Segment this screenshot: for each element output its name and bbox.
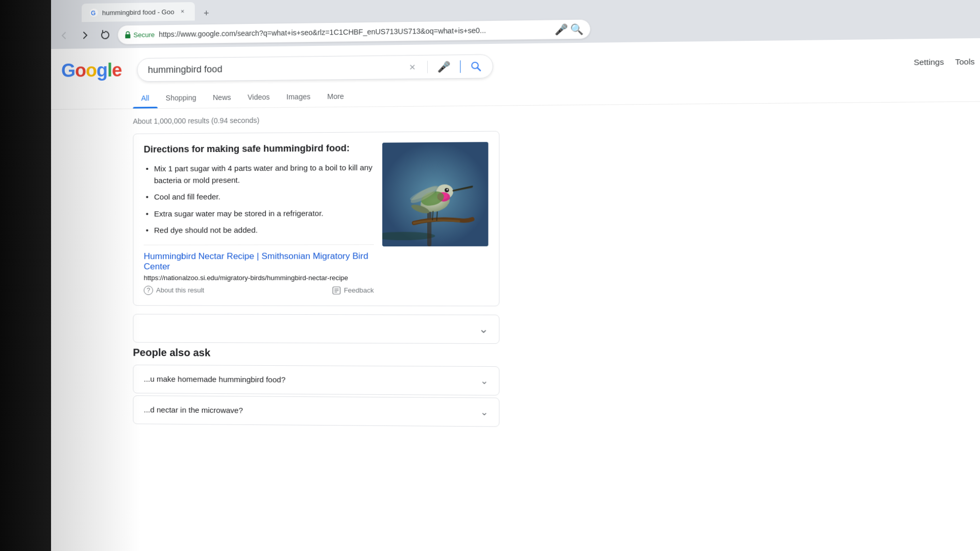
logo-letter-o2: o: [86, 60, 96, 81]
logo-letter-o1: o: [75, 60, 86, 81]
url-text: https://www.google.com/search?q=what+is+…: [159, 26, 554, 39]
paa-question-2: ...d nectar in the microwave?: [144, 405, 243, 414]
snippet-source-link[interactable]: Hummingbird Nectar Recipe | Smithsonian …: [144, 251, 369, 271]
featured-snippet: Directions for making safe hummingbird f…: [133, 131, 499, 306]
tools-link[interactable]: Tools: [955, 57, 974, 66]
snippet-expand-row[interactable]: ⌄: [133, 314, 499, 344]
search-box[interactable]: hummingbird food 🎤: [137, 54, 494, 82]
google-page: Google hummingbird food 🎤: [51, 38, 980, 551]
active-tab[interactable]: G hummingbird food - Goo ×: [82, 2, 195, 22]
forward-button[interactable]: [77, 27, 93, 43]
clear-icon[interactable]: [407, 62, 418, 72]
header-links: Settings Tools: [914, 57, 974, 66]
hummingbird-photo: [382, 142, 488, 246]
snippet-bullet-3: Extra sugar water may be stored in a ref…: [144, 207, 374, 219]
lock-icon: [124, 31, 131, 39]
secure-label: Secure: [133, 31, 155, 39]
divider2: [460, 60, 460, 73]
people-also-ask-section: People also ask ...u make homemade hummi…: [133, 346, 499, 427]
svg-point-21: [447, 189, 448, 190]
divider: [427, 61, 428, 73]
logo-letter-g: G: [61, 60, 75, 81]
paa-question-1: ...u make homemade hummingbird food?: [144, 374, 286, 384]
tab-shopping[interactable]: Shopping: [157, 87, 204, 108]
tab-videos[interactable]: Videos: [239, 87, 278, 108]
tab-all[interactable]: All: [133, 88, 157, 109]
back-button[interactable]: [56, 27, 72, 43]
svg-rect-2: [125, 34, 130, 38]
logo-letter-e: e: [112, 59, 121, 80]
mic-search-icon[interactable]: 🎤: [437, 61, 451, 73]
results-count: About 1,000,000 results (0.94 seconds): [133, 114, 499, 126]
snippet-title: Directions for making safe hummingbird f…: [144, 143, 374, 155]
snippet-bullet-1: Mix 1 part sugar with 4 parts water and …: [144, 162, 374, 186]
logo-letter-g2: g: [96, 60, 107, 81]
about-icon: ?: [144, 286, 153, 295]
snippet-link-area: Hummingbird Nectar Recipe | Smithsonian …: [144, 244, 374, 281]
address-bar-icons: 🎤 🔍: [555, 23, 584, 36]
snippet-url: https://nationalzoo.si.edu/migratory-bir…: [144, 273, 374, 281]
feedback-icon: [332, 286, 340, 294]
google-logo: Google: [61, 59, 121, 81]
paa-chevron-2: ⌄: [480, 406, 488, 418]
tab-news[interactable]: News: [205, 87, 239, 108]
refresh-button[interactable]: [97, 27, 113, 43]
about-result-label: About this result: [156, 286, 204, 294]
paa-item-2[interactable]: ...d nectar in the microwave? ⌄: [133, 395, 499, 427]
feedback-button[interactable]: Feedback: [332, 286, 374, 294]
hummingbird-image: [382, 142, 488, 246]
search-icon[interactable]: 🔍: [570, 23, 583, 36]
tab-images[interactable]: Images: [278, 86, 319, 107]
address-bar[interactable]: Secure https://www.google.com/search?q=w…: [117, 19, 591, 44]
results-main: About 1,000,000 results (0.94 seconds) D…: [133, 114, 499, 429]
snippet-content: Directions for making safe hummingbird f…: [144, 143, 374, 295]
search-box-icons: 🎤: [407, 60, 482, 73]
new-tab-button[interactable]: +: [199, 6, 213, 21]
about-result-button[interactable]: ? About this result: [144, 286, 205, 295]
back-icon: [59, 31, 69, 41]
microphone-icon[interactable]: 🎤: [555, 23, 568, 36]
tab-more[interactable]: More: [319, 86, 353, 107]
snippet-list: Mix 1 part sugar with 4 parts water and …: [144, 162, 374, 236]
expand-chevron: ⌄: [479, 322, 488, 336]
svg-line-4: [477, 68, 480, 71]
search-box-container: hummingbird food 🎤: [137, 54, 494, 82]
google-search-icon[interactable]: [470, 61, 482, 72]
secure-indicator: Secure: [124, 30, 155, 39]
svg-text:G: G: [91, 10, 95, 17]
tab-title: hummingbird food - Goo: [102, 8, 174, 16]
snippet-bullet-4: Red dye should not be added.: [144, 224, 374, 236]
feedback-label: Feedback: [344, 286, 374, 294]
settings-link[interactable]: Settings: [914, 57, 944, 66]
forward-icon: [80, 30, 90, 40]
results-area: About 1,000,000 results (0.94 seconds) D…: [51, 102, 980, 432]
paa-chevron-1: ⌄: [480, 375, 488, 387]
snippet-bullet-2: Cool and fill feeder.: [144, 190, 374, 203]
tab-favicon: G: [90, 9, 98, 17]
logo-letter-l: l: [107, 60, 112, 81]
paa-title: People also ask: [133, 346, 499, 360]
tab-close-button[interactable]: ×: [178, 7, 186, 15]
search-query-text: hummingbird food: [148, 64, 223, 76]
refresh-icon: [100, 30, 110, 40]
snippet-footer: ? About this result Feedback: [144, 286, 374, 295]
paa-item-1[interactable]: ...u make homemade hummingbird food? ⌄: [133, 364, 499, 395]
